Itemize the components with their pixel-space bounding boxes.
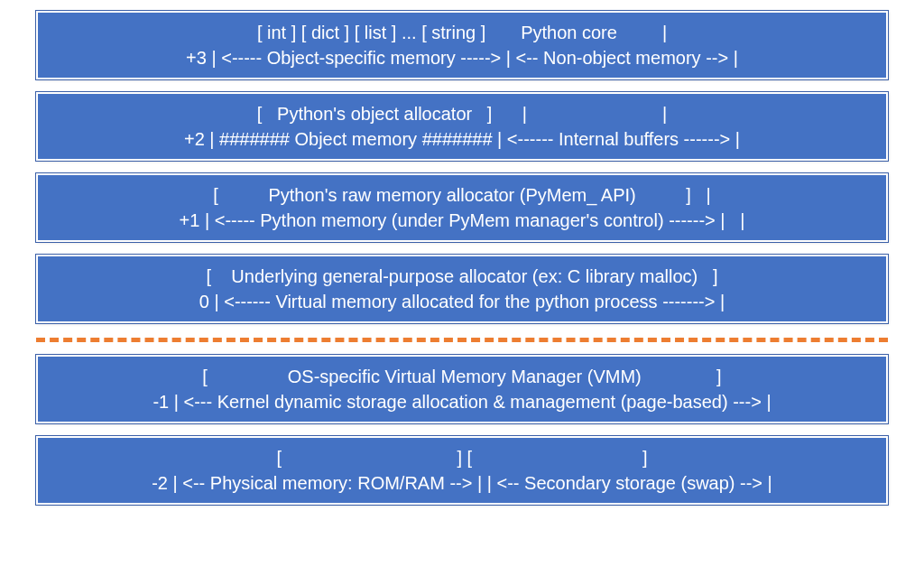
layer-box-minus-2: [ ] [ ] -2 | <-- Physical memory: ROM/RA… [36,436,888,505]
layer-minus1-line2: -1 | <--- Kernel dynamic storage allocat… [56,389,868,414]
layer-plus3-line1: [ int ] [ dict ] [ list ] ... [ string ]… [56,20,868,45]
layer-minus2-line2: -2 | <-- Physical memory: ROM/RAM --> | … [56,470,868,496]
layer-plus1-line1: [ Python's raw memory allocator (PyMem_ … [56,182,868,208]
layer-box-minus-1: [ OS-specific Virtual Memory Manager (VM… [36,355,888,423]
layer-box-plus-1: [ Python's raw memory allocator (PyMem_ … [36,173,888,242]
layer-plus2-line1: [ Python's object allocator ] | | [56,101,868,126]
layer-box-plus-2: [ Python's object allocator ] | | +2 | #… [36,92,888,161]
layer-plus1-line2: +1 | <----- Python memory (under PyMem m… [56,208,868,233]
layer-minus2-line1: [ ] [ ] [56,445,868,470]
layer-0-line1: [ Underlying general-purpose allocator (… [56,264,868,289]
layer-box-zero: [ Underlying general-purpose allocator (… [36,255,888,323]
layer-0-line2: 0 | <------ Virtual memory allocated for… [56,289,868,314]
layer-plus3-line2: +3 | <----- Object-specific memory -----… [56,45,868,70]
userspace-kernel-divider [36,338,888,342]
layer-box-plus-3: [ int ] [ dict ] [ list ] ... [ string ]… [36,11,888,79]
layer-plus2-line2: +2 | ####### Object memory ####### | <--… [56,126,868,152]
layer-minus1-line1: [ OS-specific Virtual Memory Manager (VM… [56,364,868,389]
